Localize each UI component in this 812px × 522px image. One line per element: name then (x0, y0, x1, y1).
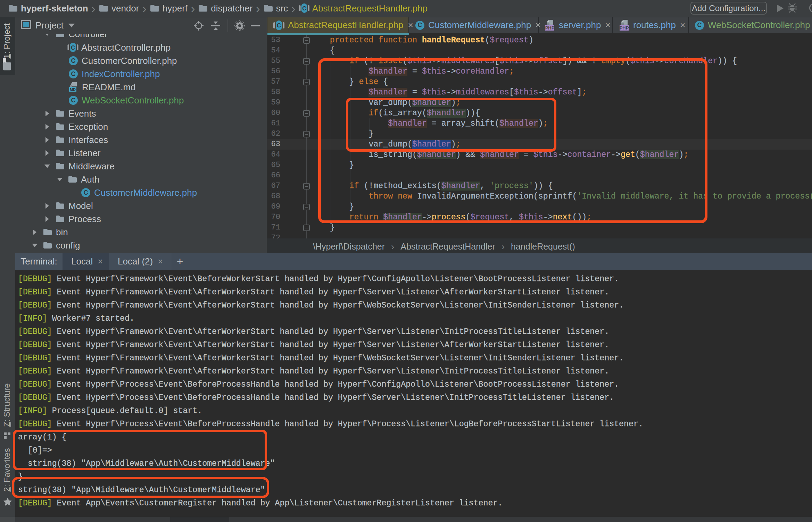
svg-text:PHP: PHP (545, 25, 555, 31)
svg-text:C: C (302, 6, 306, 11)
svg-text:C: C (277, 22, 281, 29)
svg-text:PHP: PHP (620, 25, 629, 31)
svg-text:MD: MD (70, 87, 76, 92)
svg-text:C: C (71, 45, 75, 51)
